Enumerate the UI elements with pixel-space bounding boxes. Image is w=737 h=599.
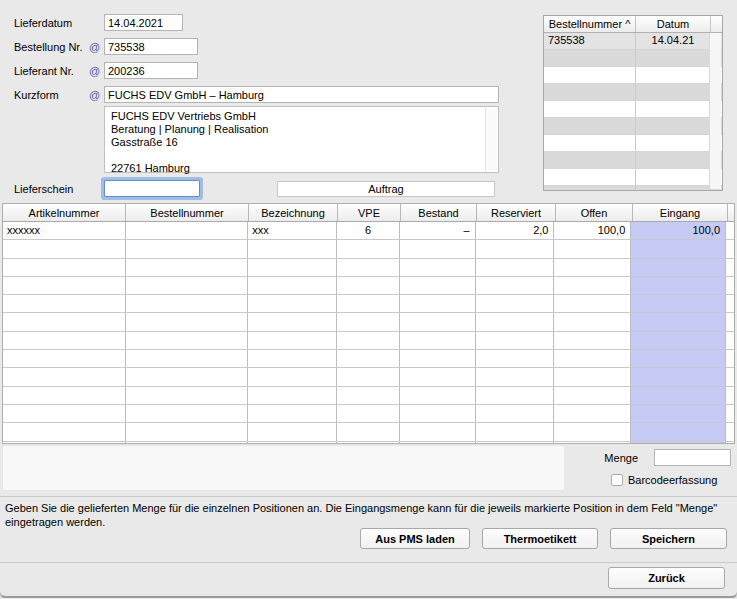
orders-col-bestellnummer[interactable]: Bestellnummer ^: [544, 16, 636, 32]
supplier-address-box: FUCHS EDV Vertriebs GmbH Beratung | Plan…: [104, 106, 499, 173]
position-row-empty: [3, 295, 734, 313]
address-line: FUCHS EDV Vertriebs GmbH: [111, 110, 492, 123]
address-line: Beratung | Planung | Realisation: [111, 123, 492, 136]
cell-reserviert: 2,0: [476, 222, 555, 239]
thermoetikett-button[interactable]: Thermoetikett: [482, 528, 598, 549]
position-row-empty: [3, 442, 734, 444]
col-reserviert[interactable]: Reserviert: [477, 204, 556, 221]
speichern-button[interactable]: Speichern: [610, 528, 727, 549]
position-row-empty: [3, 368, 734, 386]
orders-row-empty: [544, 118, 722, 135]
menge-input[interactable]: [654, 449, 731, 466]
notes-panel: [2, 445, 565, 491]
footer-separator-line: [0, 562, 737, 563]
cell-artikelnummer: xxxxxx: [3, 222, 126, 239]
position-row-empty: [3, 240, 734, 258]
address-line: 22761 Hamburg: [111, 162, 492, 175]
orders-table-header: Bestellnummer ^ Datum: [544, 16, 722, 33]
wareneingang-window: Lieferdatum Bestellung Nr. Lieferant Nr.…: [0, 0, 737, 598]
address-line: [111, 149, 492, 162]
lieferschein-label: Lieferschein: [14, 183, 73, 195]
orders-row-empty: [544, 135, 722, 152]
position-row-empty: [3, 313, 734, 331]
sort-asc-icon: ^: [625, 18, 630, 30]
orders-scrollbar[interactable]: [709, 33, 721, 189]
position-row-empty: [3, 277, 734, 295]
position-row-empty: [3, 259, 734, 277]
lieferant-nr-input[interactable]: [104, 62, 198, 79]
barcode-checkbox[interactable]: [611, 474, 623, 486]
col-filler: [728, 204, 734, 221]
cell-bestand: –: [400, 222, 476, 239]
instruction-text: Geben Sie die gelieferten Menge für die …: [5, 501, 732, 529]
at-lookup-icon[interactable]: @: [89, 65, 100, 77]
bestellung-nr-label: Bestellung Nr.: [14, 41, 82, 53]
auftrag-button[interactable]: Auftrag: [277, 181, 495, 197]
positions-table: Artikelnummer Bestellnummer Bezeichnung …: [2, 203, 735, 444]
cell-bestellnummer: [126, 222, 249, 239]
lieferdatum-input[interactable]: [104, 14, 183, 31]
col-vpe[interactable]: VPE: [338, 204, 401, 221]
orders-row-empty: [544, 101, 722, 118]
orders-row-selected[interactable]: 735538 14.04.21: [544, 33, 722, 50]
bestellung-nr-input[interactable]: [104, 38, 198, 55]
col-artikelnummer[interactable]: Artikelnummer: [3, 204, 126, 221]
address-scrollbar[interactable]: [485, 108, 497, 171]
col-eingang[interactable]: Eingang: [633, 204, 728, 221]
lieferschein-input[interactable]: [104, 180, 200, 197]
col-bestellnummer[interactable]: Bestellnummer: [126, 204, 249, 221]
orders-table: Bestellnummer ^ Datum 735538 14.04.21: [543, 15, 723, 191]
orders-col-datum[interactable]: Datum: [636, 16, 711, 32]
cell-eingang[interactable]: 100,0: [631, 222, 726, 239]
col-bestand[interactable]: Bestand: [401, 204, 477, 221]
cell-bezeichnung: xxx: [248, 222, 337, 239]
position-row-empty: [3, 350, 734, 368]
orders-row-empty: [544, 169, 722, 186]
separator-line: [0, 496, 737, 497]
address-line: Gasstraße 16: [111, 136, 492, 149]
position-row-empty: [3, 387, 734, 405]
orders-row-empty: [544, 50, 722, 67]
at-lookup-icon[interactable]: @: [89, 89, 100, 101]
cell-offen: 100,0: [554, 222, 631, 239]
col-bezeichnung[interactable]: Bezeichnung: [249, 204, 338, 221]
orders-row-empty: [544, 84, 722, 101]
position-row-empty: [3, 423, 734, 441]
position-row[interactable]: xxxxxx xxx 6 – 2,0 100,0 100,0: [3, 222, 734, 240]
col-offen[interactable]: Offen: [556, 204, 633, 221]
orders-row-empty: [544, 67, 722, 84]
barcode-label: Barcodeerfassung: [628, 474, 717, 486]
lieferdatum-label: Lieferdatum: [14, 17, 72, 29]
at-lookup-icon[interactable]: @: [89, 41, 100, 53]
kurzform-input[interactable]: [104, 86, 499, 103]
menge-label: Menge: [570, 452, 638, 464]
cell-vpe: 6: [337, 222, 400, 239]
positions-table-header: Artikelnummer Bestellnummer Bezeichnung …: [3, 204, 734, 222]
zurueck-button[interactable]: Zurück: [608, 567, 725, 589]
kurzform-label: Kurzform: [14, 89, 59, 101]
position-row-empty: [3, 332, 734, 350]
aus-pms-laden-button[interactable]: Aus PMS laden: [360, 528, 470, 549]
orders-row-empty: [544, 152, 722, 169]
position-row-empty: [3, 405, 734, 423]
orders-row-empty: [544, 186, 722, 191]
lieferant-nr-label: Lieferant Nr.: [14, 65, 74, 77]
